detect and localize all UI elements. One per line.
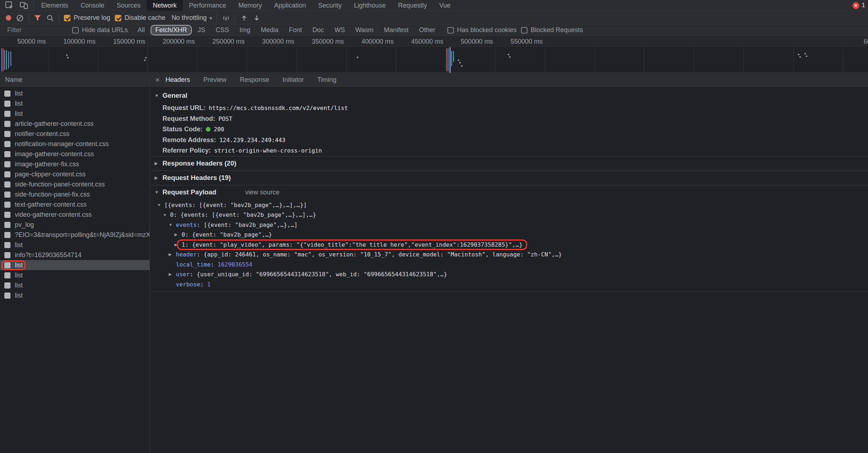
tab-elements[interactable]: Elements: [35, 0, 74, 11]
disclosure-open-icon[interactable]: ▼: [155, 93, 162, 98]
detail-tab-headers[interactable]: Headers: [165, 76, 190, 84]
error-badge[interactable]: × 1: [852, 2, 868, 9]
filter-pill-manifest[interactable]: Manifest: [380, 26, 413, 35]
payload-line[interactable]: ▶0: {event: "bav2b_page",…}: [150, 230, 868, 240]
tab-application[interactable]: Application: [268, 0, 312, 11]
import-har-icon[interactable]: [240, 14, 248, 22]
request-headers-section-header[interactable]: ▶ Request Headers (19): [150, 171, 868, 185]
tab-network[interactable]: Network: [147, 0, 183, 11]
payload-line[interactable]: verbose: 1: [150, 280, 868, 290]
detail-tab-initiator[interactable]: Initiator: [282, 76, 304, 84]
request-row[interactable]: list: [0, 290, 149, 300]
payload-line[interactable]: ▶header: {app_id: 246461, os_name: "mac"…: [150, 250, 868, 260]
disable-cache-checkbox[interactable]: [115, 15, 121, 21]
hide-data-urls-label[interactable]: Hide data URLs: [82, 26, 128, 34]
preserve-log-label[interactable]: Preserve log: [74, 14, 110, 22]
request-row[interactable]: notifier-content.css: [0, 129, 149, 139]
blocked-requests-checkbox[interactable]: [521, 27, 528, 34]
request-row[interactable]: article-gatherer-content.css: [0, 119, 149, 129]
record-button[interactable]: [6, 15, 11, 21]
filter-pill-all[interactable]: All: [134, 26, 149, 35]
hide-data-urls-checkbox[interactable]: [72, 27, 79, 34]
has-blocked-cookies-checkbox[interactable]: [447, 27, 454, 34]
detail-tab-response[interactable]: Response: [240, 76, 269, 84]
disclosure-closed-icon[interactable]: ▶: [155, 161, 162, 166]
request-row[interactable]: list: [0, 109, 149, 119]
device-toolbar-icon[interactable]: [18, 0, 30, 10]
tab-security[interactable]: Security: [312, 0, 348, 11]
inspect-icon[interactable]: [4, 0, 15, 10]
request-row[interactable]: notification-manager-content.css: [0, 139, 149, 149]
network-overview-timeline[interactable]: 50000 ms100000 ms150000 ms200000 ms25000…: [0, 36, 868, 73]
filter-pill-fetchxhr[interactable]: Fetch/XHR: [151, 26, 191, 35]
disable-cache-label[interactable]: Disable cache: [125, 14, 165, 22]
request-row[interactable]: list: [0, 98, 149, 109]
request-row[interactable]: list: [0, 270, 149, 280]
filter-pill-ws[interactable]: WS: [330, 26, 349, 35]
response-headers-section-header[interactable]: ▶ Response Headers (20): [150, 156, 868, 171]
request-payload-section-header[interactable]: ▼ Request Payload view source: [150, 185, 868, 199]
request-row[interactable]: pv_log: [0, 220, 149, 230]
export-har-icon[interactable]: [253, 14, 261, 22]
detail-tab-preview[interactable]: Preview: [203, 76, 226, 84]
tab-sources[interactable]: Sources: [110, 0, 147, 11]
name-column-header[interactable]: Name: [0, 73, 149, 87]
disclosure-closed-icon[interactable]: ▶: [155, 175, 162, 180]
view-source-link[interactable]: view source: [245, 189, 279, 196]
payload-line[interactable]: local_time: 1629036554: [150, 260, 868, 270]
clear-icon[interactable]: [16, 14, 24, 22]
throttling-select[interactable]: No throttling ▾: [172, 14, 212, 22]
filter-pill-other[interactable]: Other: [415, 26, 439, 35]
tab-performance[interactable]: Performance: [183, 0, 232, 11]
disclosure-open-icon[interactable]: ▼: [157, 203, 164, 207]
blocked-requests-label[interactable]: Blocked Requests: [531, 26, 583, 34]
disclosure-closed-icon[interactable]: ▶: [174, 232, 182, 237]
general-section-header[interactable]: ▼ General: [150, 88, 868, 103]
payload-line[interactable]: ▼0: {events: [{event: "bav2b_page",…},…]…: [150, 210, 868, 220]
request-row[interactable]: side-function-panel-fix.css: [0, 189, 149, 199]
request-row[interactable]: image-gatherer-fix.css: [0, 159, 149, 169]
tab-console[interactable]: Console: [74, 0, 110, 11]
request-row[interactable]: list: [0, 280, 149, 290]
filter-input[interactable]: [7, 26, 68, 34]
network-conditions-icon[interactable]: [222, 14, 230, 22]
timeline-waterfall-strip[interactable]: [0, 47, 868, 72]
tab-requestly[interactable]: Requestly: [392, 0, 433, 11]
search-icon[interactable]: [46, 14, 54, 22]
payload-line[interactable]: ▶user: {user_unique_id: "699665654431462…: [150, 269, 868, 280]
filter-pill-wasm[interactable]: Wasm: [351, 26, 377, 35]
disclosure-open-icon[interactable]: ▼: [169, 223, 176, 227]
filter-pill-doc[interactable]: Doc: [308, 26, 328, 35]
payload-line[interactable]: ▶1: {event: "play_video", params: "{"vid…: [150, 240, 868, 250]
request-row[interactable]: text-gatherer-content.css: [0, 199, 149, 210]
request-row[interactable]: page-clipper-content.css: [0, 169, 149, 179]
request-row[interactable]: list: [0, 260, 149, 270]
filter-pill-media[interactable]: Media: [257, 26, 282, 35]
request-row[interactable]: list: [0, 88, 149, 98]
request-row[interactable]: info?t=1629036554714: [0, 250, 149, 260]
request-row[interactable]: list: [0, 240, 149, 250]
detail-tab-timing[interactable]: Timing: [317, 76, 336, 84]
preserve-log-checkbox[interactable]: [64, 15, 70, 21]
filter-funnel-icon[interactable]: [34, 14, 42, 22]
tab-lighthouse[interactable]: Lighthouse: [348, 0, 392, 11]
request-row[interactable]: ?EIO=3&transport=polling&t=NjA9IZj&sid=m…: [0, 230, 149, 240]
filter-pill-css[interactable]: CSS: [212, 26, 233, 35]
has-blocked-cookies-label[interactable]: Has blocked cookies: [457, 26, 517, 34]
close-icon[interactable]: ×: [150, 75, 165, 84]
disclosure-open-icon[interactable]: ▼: [155, 190, 162, 195]
request-row[interactable]: side-function-panel-content.css: [0, 179, 149, 189]
tab-vue[interactable]: Vue: [433, 0, 456, 11]
disclosure-open-icon[interactable]: ▼: [163, 213, 170, 217]
filter-pill-js[interactable]: JS: [194, 26, 209, 35]
payload-line[interactable]: ▼[{events: [{event: "bav2b_page",…},…],……: [150, 200, 868, 210]
request-row[interactable]: image-gatherer-content.css: [0, 149, 149, 159]
payload-line[interactable]: ▼events: [{event: "bav2b_page",…},…]: [150, 220, 868, 230]
tab-memory[interactable]: Memory: [232, 0, 268, 11]
request-row[interactable]: video-gatherer-content.css: [0, 210, 149, 220]
filter-pill-img[interactable]: Img: [235, 26, 254, 35]
disclosure-closed-icon[interactable]: ▶: [169, 272, 176, 277]
filter-pill-font[interactable]: Font: [285, 26, 306, 35]
disclosure-closed-icon[interactable]: ▶: [169, 252, 176, 257]
disclosure-closed-icon[interactable]: ▶: [174, 242, 182, 247]
